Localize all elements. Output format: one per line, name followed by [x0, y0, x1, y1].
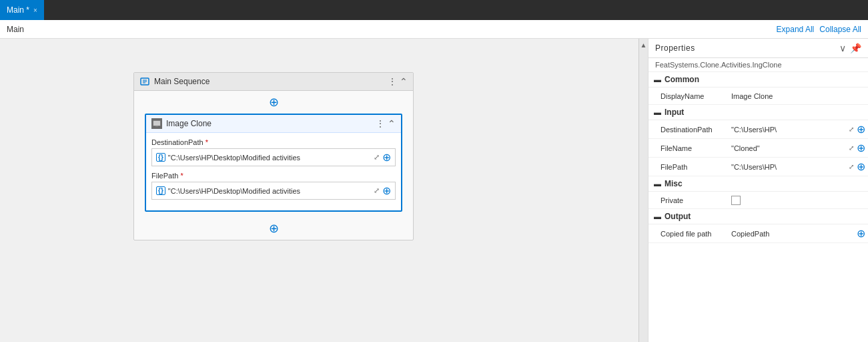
prop-filename-value: "Cloned"	[731, 144, 846, 152]
prop-filepath-value-cell[interactable]: "C:\Users\HP\ ⤢ ⊕	[729, 158, 868, 176]
common-section-header[interactable]: ▬ Common	[648, 72, 868, 88]
displayname-value-cell: Image Clone	[729, 90, 868, 103]
sequence-title: Main Sequence	[154, 77, 209, 86]
properties-body: ▬ Common DisplayName Image Clone ▬ Input…	[648, 72, 868, 342]
prop-destination-add-icon[interactable]: ⊕	[857, 123, 865, 136]
collapse-all-button[interactable]: Collapse All	[819, 25, 861, 34]
displayname-label: DisplayName	[648, 90, 729, 103]
activity-icon	[151, 118, 162, 129]
prop-filepath-expand-icon[interactable]: ⤢	[849, 163, 854, 170]
filepath-expand-icon[interactable]: ⤢	[374, 186, 380, 195]
tab-close-button[interactable]: ×	[33, 7, 37, 14]
input-collapse-icon: ▬	[654, 108, 662, 116]
prop-filename-label: FileName	[648, 142, 729, 155]
prop-destination-path-label: DestinationPath	[648, 123, 729, 136]
common-section-title: Common	[665, 75, 699, 84]
filepath-type-badge: {}	[156, 186, 165, 195]
filepath-add-icon[interactable]: ⊕	[382, 184, 391, 197]
properties-chevron-icon[interactable]: ∨	[839, 43, 846, 53]
filepath-value: "C:\Users\HP\Desktop\Modified activities	[168, 187, 371, 195]
common-collapse-icon: ▬	[654, 75, 662, 83]
properties-title: Properties	[655, 43, 695, 53]
destination-add-icon[interactable]: ⊕	[382, 151, 391, 164]
sequence-controls: ⋮ ⌃	[388, 76, 408, 87]
tab-bar: Main * ×	[0, 0, 868, 20]
prop-filename-row: FileName "Cloned" ⤢ ⊕	[648, 139, 868, 158]
svg-rect-5	[153, 121, 160, 126]
private-label: Private	[648, 194, 729, 207]
properties-header: Properties ∨ 📌	[648, 39, 868, 58]
destination-type-badge: {}	[156, 153, 165, 162]
sequence-header: Main Sequence ⋮ ⌃	[134, 73, 413, 91]
private-value-cell	[729, 193, 868, 208]
canvas-area[interactable]: Main Sequence ⋮ ⌃ ⊕	[0, 39, 648, 342]
sequence-icon	[139, 76, 150, 87]
properties-subtitle: FeatSystems.Clone.Activities.IngClone	[648, 58, 868, 72]
prop-destination-expand-icon[interactable]: ⤢	[849, 126, 854, 133]
main-content: Main Sequence ⋮ ⌃ ⊕	[0, 39, 868, 342]
destination-path-input[interactable]: {} "C:\Users\HP\Desktop\Modified activit…	[151, 148, 396, 166]
output-section-header[interactable]: ▬ Output	[648, 209, 868, 224]
misc-section-title: Misc	[665, 179, 683, 188]
copied-file-path-label: Copied file path	[648, 227, 729, 240]
sequence-more-button[interactable]: ⋮	[388, 76, 397, 87]
prop-filepath-row: FilePath "C:\Users\HP\ ⤢ ⊕	[648, 158, 868, 176]
output-collapse-icon: ▬	[654, 212, 662, 220]
activity-title: Image Clone	[166, 119, 211, 128]
copied-file-path-add-icon[interactable]: ⊕	[857, 227, 865, 240]
input-section-title: Input	[665, 108, 684, 117]
filepath-input[interactable]: {} "C:\Users\HP\Desktop\Modified activit…	[151, 182, 396, 200]
sequence-container: Main Sequence ⋮ ⌃ ⊕	[133, 72, 414, 240]
private-row: Private	[648, 192, 868, 209]
prop-filename-add-icon[interactable]: ⊕	[857, 142, 865, 154]
add-bottom-button[interactable]: ⊕	[134, 217, 413, 240]
activity-more-button[interactable]: ⋮	[376, 118, 385, 129]
misc-collapse-icon: ▬	[654, 180, 662, 188]
copied-file-path-value-cell[interactable]: CopiedPath ⊕	[729, 224, 868, 242]
filepath-label: FilePath *	[151, 172, 396, 180]
private-checkbox[interactable]	[731, 196, 741, 205]
tab-label: Main *	[7, 5, 29, 15]
prop-filename-value-cell[interactable]: "Cloned" ⤢ ⊕	[729, 139, 868, 157]
properties-header-icons: ∨ 📌	[839, 43, 861, 53]
displayname-row: DisplayName Image Clone	[648, 88, 868, 105]
activity-body: DestinationPath * {} "C:\Users\HP\Deskto…	[146, 133, 401, 210]
scroll-indicator: ▲	[638, 39, 648, 342]
sequence-title-area: Main Sequence	[139, 76, 209, 87]
displayname-value: Image Clone	[731, 92, 865, 100]
activity-header: Image Clone ⋮ ⌃	[146, 115, 401, 133]
properties-panel: Properties ∨ 📌 FeatSystems.Clone.Activit…	[648, 39, 868, 342]
destination-path-value: "C:\Users\HP\Desktop\Modified activities	[168, 154, 371, 162]
prop-destination-path-value: "C:\Users\HP\	[731, 126, 846, 134]
activity-title-area: Image Clone	[151, 118, 211, 129]
add-top-button[interactable]: ⊕	[134, 91, 413, 114]
prop-filename-expand-icon[interactable]: ⤢	[849, 144, 854, 152]
prop-destination-path-value-cell[interactable]: "C:\Users\HP\ ⤢ ⊕	[729, 120, 868, 138]
prop-filepath-value: "C:\Users\HP\	[731, 163, 846, 171]
activity-controls: ⋮ ⌃	[376, 118, 396, 129]
sequence-collapse-button[interactable]: ⌃	[400, 76, 408, 87]
misc-section-header[interactable]: ▬ Misc	[648, 176, 868, 192]
image-clone-activity: Image Clone ⋮ ⌃ DestinationPath * {} "C:…	[145, 114, 402, 212]
copied-file-path-row: Copied file path CopiedPath ⊕	[648, 224, 868, 243]
breadcrumb-actions: Expand All Collapse All	[777, 25, 861, 34]
breadcrumb-bar: Main Expand All Collapse All	[0, 20, 868, 39]
prop-destination-path-row: DestinationPath "C:\Users\HP\ ⤢ ⊕	[648, 120, 868, 139]
copied-file-path-value: CopiedPath	[731, 230, 854, 238]
prop-filepath-add-icon[interactable]: ⊕	[857, 160, 865, 173]
scroll-up-arrow[interactable]: ▲	[640, 40, 647, 51]
activity-collapse-button[interactable]: ⌃	[388, 118, 396, 129]
destination-path-label: DestinationPath *	[151, 138, 396, 146]
properties-pin-icon[interactable]: 📌	[850, 43, 861, 53]
output-section-title: Output	[665, 212, 691, 221]
breadcrumb: Main	[7, 25, 24, 34]
input-section-header[interactable]: ▬ Input	[648, 105, 868, 120]
prop-filepath-label: FilePath	[648, 160, 729, 174]
expand-all-button[interactable]: Expand All	[777, 25, 815, 34]
destination-expand-icon[interactable]: ⤢	[374, 153, 380, 162]
main-tab[interactable]: Main * ×	[0, 0, 44, 20]
